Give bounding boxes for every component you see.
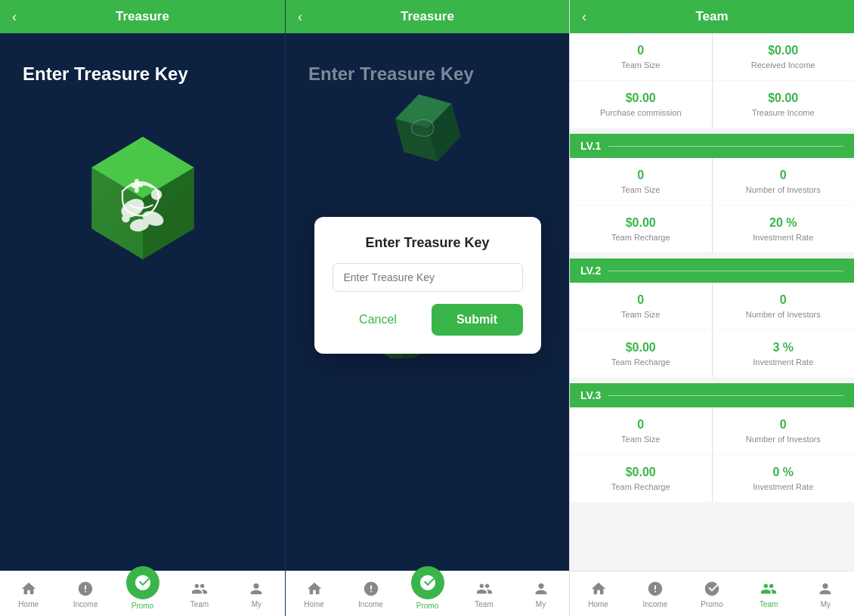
stat-team-size-label: Team Size (621, 60, 660, 70)
level-3-label: LV.3 (580, 389, 601, 401)
right-home-icon (589, 580, 608, 598)
left-cube-icon (75, 130, 211, 266)
stat-purchase-commission-value: $0.00 (626, 91, 656, 105)
lv1-team-size-value: 0 (637, 169, 644, 182)
right-panel: ‹ Team 0 Team Size $0.00 Received Income… (570, 0, 854, 616)
mid-nav-team[interactable]: Team (456, 575, 512, 613)
mid-nav-income[interactable]: Income (342, 575, 399, 613)
left-nav-home-label: Home (18, 600, 39, 608)
mid-income-icon (362, 580, 380, 598)
level-2-label: LV.2 (580, 265, 601, 277)
svg-point-10 (122, 215, 130, 223)
right-my-icon (816, 580, 834, 598)
right-promo-icon (703, 580, 721, 598)
right-header: ‹ Team (570, 0, 854, 33)
right-nav-income[interactable]: Income (627, 575, 683, 613)
lv1-team-size-label: Team Size (621, 185, 660, 194)
lv3-investment-rate: 0 % Investment Rate (713, 455, 855, 502)
left-header-title: Treasure (116, 9, 169, 24)
treasure-key-input[interactable] (333, 263, 523, 292)
treasure-key-dialog: Enter Treasure Key Cancel Submit (314, 217, 541, 354)
stat-treasure-income-value: $0.00 (768, 91, 798, 105)
level-3-stats-2: $0.00 Team Recharge 0 % Investment Rate (570, 455, 854, 502)
left-content: Enter Treasure Key (0, 33, 285, 571)
right-nav-promo-label: Promo (701, 600, 722, 608)
mid-promo-icon (411, 566, 444, 599)
cancel-button[interactable]: Cancel (333, 304, 424, 336)
lv2-investment-rate: 3 % Investment Rate (713, 330, 855, 377)
right-nav-my-label: My (821, 600, 831, 608)
stat-purchase-commission: $0.00 Purchase commission (570, 81, 712, 128)
right-nav-team[interactable]: Team (741, 575, 797, 613)
stat-received-income-label: Received Income (751, 60, 815, 70)
lv1-team-recharge: $0.00 Team Recharge (570, 206, 712, 252)
lv3-team-size: 0 Team Size (570, 407, 712, 454)
right-nav-promo[interactable]: Promo (683, 575, 740, 613)
left-nav-team-label: Team (190, 600, 209, 608)
top-stats-grid: 0 Team Size $0.00 Received Income (570, 33, 854, 80)
mid-nav-promo[interactable]: Promo (399, 573, 456, 614)
left-nav-home[interactable]: Home (0, 575, 57, 613)
team-content: 0 Team Size $0.00 Received Income $0.00 … (570, 33, 854, 571)
lv2-investors-value: 0 (780, 293, 787, 307)
lv3-investors-label: Number of Investors (746, 435, 821, 444)
mid-home-icon (305, 580, 323, 598)
right-bottom-nav: Home Income Promo Team My (570, 571, 854, 616)
left-nav-income[interactable]: Income (57, 575, 113, 613)
mid-my-icon (532, 580, 550, 598)
left-nav-my[interactable]: My (228, 575, 285, 613)
middle-bottom-nav: Home Income Promo Team My (286, 571, 569, 616)
lv3-investors-value: 0 (780, 418, 787, 432)
top-stats-grid-2: $0.00 Purchase commission $0.00 Treasure… (570, 81, 854, 128)
team-icon (190, 580, 209, 598)
lv3-investors: 0 Number of Investors (713, 407, 855, 454)
right-header-title: Team (695, 9, 728, 24)
mid-nav-income-label: Income (358, 600, 383, 608)
level-1-stats-2: $0.00 Team Recharge 20 % Investment Rate (570, 206, 854, 252)
lv2-team-size-value: 0 (637, 293, 644, 307)
lv1-team-recharge-label: Team Recharge (611, 233, 670, 242)
left-header: ‹ Treasure (0, 0, 285, 33)
right-team-icon (760, 580, 778, 598)
left-nav-promo-label: Promo (132, 602, 153, 610)
lv1-team-size: 0 Team Size (570, 158, 712, 205)
lv2-team-recharge-label: Team Recharge (611, 358, 670, 367)
lv2-investment-rate-label: Investment Rate (753, 358, 813, 367)
lv2-team-size: 0 Team Size (570, 283, 712, 330)
middle-header-title: Treasure (401, 9, 454, 24)
right-nav-my[interactable]: My (797, 575, 854, 613)
stat-purchase-commission-label: Purchase commission (600, 108, 682, 117)
middle-content: Enter Treasure Key (286, 33, 569, 571)
left-cube-container (0, 130, 285, 266)
mid-nav-home-label: Home (304, 600, 324, 608)
mid-nav-my-label: My (536, 600, 546, 608)
lv3-team-size-label: Team Size (621, 435, 660, 444)
right-nav-home-label: Home (588, 600, 608, 608)
income-icon (76, 580, 94, 598)
right-nav-team-label: Team (760, 600, 778, 608)
promo-icon-left (126, 566, 159, 599)
level-2-stats: 0 Team Size 0 Number of Investors (570, 283, 854, 330)
left-nav-promo[interactable]: Promo (114, 573, 171, 614)
left-treasure-title: Enter Treasure Key (0, 33, 285, 100)
left-nav-team[interactable]: Team (171, 575, 227, 613)
dialog-buttons: Cancel Submit (333, 304, 523, 336)
mid-nav-my[interactable]: My (512, 575, 569, 613)
right-back-button[interactable]: ‹ (582, 9, 586, 25)
right-nav-home[interactable]: Home (570, 575, 627, 613)
submit-button[interactable]: Submit (432, 304, 523, 336)
lv1-investors-value: 0 (780, 169, 787, 182)
left-back-button[interactable]: ‹ (12, 9, 17, 25)
middle-back-button[interactable]: ‹ (298, 9, 302, 25)
lv3-team-size-value: 0 (637, 418, 644, 432)
level-1-header: LV.1 (570, 134, 854, 158)
level-3-header: LV.3 (570, 383, 854, 407)
lv1-investment-rate-value: 20 % (769, 216, 797, 230)
lv3-team-recharge-value: $0.00 (626, 466, 656, 479)
lv1-investors-label: Number of Investors (746, 185, 821, 194)
stat-treasure-income: $0.00 Treasure Income (713, 81, 855, 128)
right-income-icon (646, 580, 664, 598)
lv1-investment-rate-label: Investment Rate (753, 233, 813, 242)
mid-nav-home[interactable]: Home (286, 575, 342, 613)
middle-header: ‹ Treasure (286, 0, 569, 33)
